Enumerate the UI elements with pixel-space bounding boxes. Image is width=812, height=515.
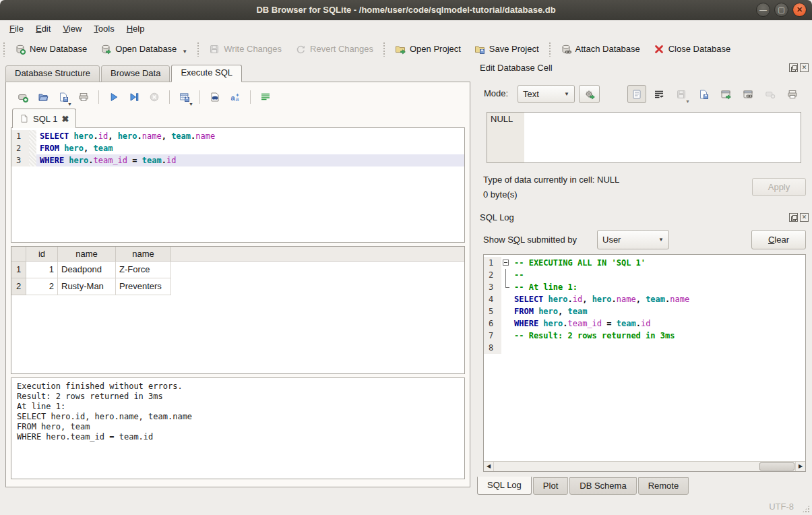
- float-panel-icon[interactable]: [789, 63, 798, 72]
- new-database-button[interactable]: New Database: [9, 41, 92, 57]
- fold-collapse-icon[interactable]: [503, 260, 509, 266]
- code-text: WHERE hero.team_id = team.id: [36, 154, 464, 166]
- open-database-button[interactable]: Open Database▼: [95, 41, 193, 57]
- tab-browse-data[interactable]: Browse Data: [101, 65, 170, 82]
- titlebar[interactable]: DB Browser for SQLite - /home/user/code/…: [0, 0, 812, 20]
- text-mode-button[interactable]: [627, 85, 646, 103]
- column-header-id-0[interactable]: id: [26, 247, 58, 262]
- float-panel-icon[interactable]: [789, 213, 798, 222]
- toolbar-separator: [197, 42, 199, 57]
- results-table[interactable]: idnamename11DeadpondZ-Force22Rusty-ManPr…: [11, 246, 465, 374]
- close-button[interactable]: ✕: [792, 3, 807, 17]
- save-project-button[interactable]: Save Project: [469, 41, 544, 57]
- log-line-8: 8: [484, 342, 805, 354]
- find-button[interactable]: [206, 88, 224, 106]
- word-wrap-text-button[interactable]: [650, 85, 668, 103]
- sql-toolbar: ▼▼aa: [11, 87, 465, 107]
- new-sql-tab-button[interactable]: [13, 88, 32, 106]
- editor-results-splitter[interactable]: [11, 243, 465, 246]
- save-sql-file-button[interactable]: ▼: [54, 88, 73, 106]
- save-results-button[interactable]: ▼: [175, 88, 194, 106]
- menu-help[interactable]: Help: [121, 22, 151, 36]
- editor-line-3: 3WHERE hero.team_id = team.id: [11, 154, 464, 166]
- execute-all-button[interactable]: [104, 88, 123, 106]
- print-sql-icon: [78, 92, 89, 102]
- dock-tab-plot[interactable]: Plot: [533, 477, 568, 495]
- stop-execution-button[interactable]: [145, 88, 164, 106]
- cell-team-name[interactable]: Preventers: [116, 278, 171, 295]
- link-data-icon: [743, 89, 753, 100]
- row-header[interactable]: 1: [11, 262, 26, 278]
- clear-log-button[interactable]: Clear: [751, 230, 806, 249]
- chevron-down-icon[interactable]: ▼: [189, 102, 193, 107]
- dock-tab-bar: SQL LogPlotDB SchemaRemote: [477, 477, 690, 495]
- export-data-button[interactable]: [694, 85, 713, 103]
- chevron-down-icon[interactable]: ▼: [67, 102, 72, 107]
- print-sql-button[interactable]: [74, 88, 93, 106]
- auto-format-button[interactable]: aa: [226, 88, 245, 106]
- revert-changes-button[interactable]: Revert Changes: [290, 41, 379, 57]
- cell-team-name[interactable]: Z-Force: [116, 262, 171, 278]
- link-data-button[interactable]: [739, 85, 757, 103]
- open-database-icon: [100, 44, 111, 55]
- menu-tools[interactable]: Tools: [88, 22, 120, 36]
- fold-margin: [29, 154, 36, 166]
- table-row[interactable]: 11DeadpondZ-Force: [11, 262, 464, 278]
- menu-view[interactable]: View: [57, 22, 88, 36]
- set-null-button[interactable]: [761, 85, 780, 103]
- dock-tab-remote[interactable]: Remote: [638, 477, 689, 495]
- close-database-button[interactable]: Close Database: [648, 41, 737, 57]
- corner-header[interactable]: [11, 247, 26, 262]
- resize-grip-icon[interactable]: [802, 505, 810, 513]
- import-data-button[interactable]: ▼: [672, 85, 691, 103]
- attach-database-button[interactable]: Attach Database: [555, 41, 646, 57]
- tab-database-structure[interactable]: Database Structure: [5, 65, 100, 82]
- execute-current-line-button[interactable]: [125, 88, 144, 106]
- apply-button[interactable]: Apply: [752, 178, 806, 196]
- tab-execute-sql[interactable]: Execute SQL: [171, 65, 242, 82]
- toolbar-separator: [250, 90, 251, 104]
- sql-editor-tab[interactable]: SQL 1✖: [12, 109, 76, 128]
- cell-id[interactable]: 1: [26, 262, 58, 278]
- encoding-label: UTF-8: [769, 502, 794, 512]
- menu-edit[interactable]: Edit: [30, 22, 57, 36]
- sql-log-view[interactable]: 1-- EXECUTING ALL IN 'SQL 1'2--3-- At li…: [483, 254, 806, 472]
- column-header-name-1[interactable]: name: [58, 247, 116, 262]
- write-changes-button[interactable]: Write Changes: [204, 41, 287, 57]
- results-status-splitter[interactable]: [11, 374, 465, 377]
- statusbar: UTF-8: [0, 499, 812, 515]
- close-tab-icon[interactable]: ✖: [61, 114, 69, 124]
- open-external-button[interactable]: [716, 85, 735, 103]
- minimize-button[interactable]: —: [756, 3, 770, 17]
- cell-id[interactable]: 2: [26, 278, 58, 295]
- scrollbar-thumb[interactable]: [759, 462, 794, 471]
- chevron-down-icon[interactable]: ▼: [182, 49, 187, 55]
- row-header[interactable]: 2: [11, 278, 26, 295]
- cell-editor[interactable]: NULL: [487, 112, 801, 163]
- menu-file[interactable]: File: [3, 22, 30, 36]
- sql-editor[interactable]: 1SELECT hero.id, hero.name, team.name2FR…: [11, 127, 465, 243]
- scroll-right-icon[interactable]: ▶: [795, 462, 805, 471]
- dock-tab-db-schema[interactable]: DB Schema: [569, 477, 636, 495]
- column-header-name-2[interactable]: name: [116, 247, 171, 262]
- close-panel-icon[interactable]: ✕: [800, 213, 809, 222]
- auto-apply-button[interactable]: [579, 85, 600, 103]
- word-wrap-button[interactable]: [256, 88, 275, 106]
- dock-tab-sql-log[interactable]: SQL Log: [477, 477, 532, 495]
- close-panel-icon[interactable]: ✕: [800, 63, 809, 72]
- open-project-button[interactable]: Open Project: [389, 41, 466, 57]
- log-filter-select[interactable]: User ▼: [597, 230, 669, 249]
- button-label: New Database: [30, 44, 87, 54]
- edit-cell-title: Edit Database Cell: [480, 63, 553, 73]
- table-row[interactable]: 22Rusty-ManPreventers: [11, 278, 464, 295]
- cell-hero-name[interactable]: Rusty-Man: [58, 278, 116, 295]
- line-number: 3: [11, 154, 29, 166]
- log-text: FROM hero, team: [511, 305, 805, 317]
- maximize-button[interactable]: ▢: [774, 3, 788, 17]
- mode-select[interactable]: Text ▼: [518, 85, 575, 103]
- log-horizontal-scrollbar[interactable]: ◀ ▶: [484, 461, 805, 471]
- open-sql-file-button[interactable]: [34, 88, 53, 106]
- cell-hero-name[interactable]: Deadpond: [58, 262, 116, 278]
- print-cell-button[interactable]: [783, 85, 802, 103]
- scroll-left-icon[interactable]: ◀: [484, 462, 494, 471]
